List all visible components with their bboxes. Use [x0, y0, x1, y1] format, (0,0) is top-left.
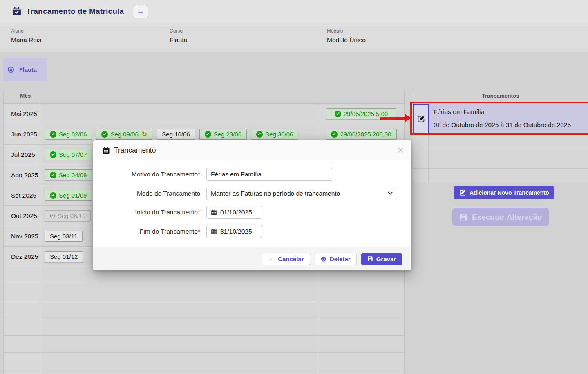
month-cell — [4, 284, 40, 301]
payment-cell — [318, 336, 404, 352]
sessions-cell — [40, 336, 318, 352]
check-circle-icon: ✔ — [50, 131, 56, 138]
delete-button[interactable]: ⊗ Deletar — [315, 253, 357, 265]
modo-select[interactable]: Manter as Faturas no período de trancame… — [206, 187, 396, 200]
fim-date-input[interactable]: 31/10/2025 — [206, 225, 262, 238]
delete-label: Deletar — [330, 256, 351, 263]
info-field: AlunoMaria Reis — [11, 23, 41, 44]
tab-flauta[interactable]: Flauta — [3, 58, 47, 81]
close-icon[interactable]: × — [397, 145, 404, 156]
field-label: Modo de Trancamento — [93, 190, 200, 197]
table-row-empty — [4, 353, 404, 370]
empty-cell — [413, 150, 429, 168]
check-circle-icon: ✔ — [331, 131, 338, 138]
red-arrow-head — [405, 114, 411, 122]
chip-label: Seg 09/06 — [110, 131, 138, 138]
table-row-empty — [4, 284, 404, 301]
sessions-cell — [40, 301, 318, 318]
trancamentos-list: Férias em Família01 de Outubro de 2025 à… — [413, 104, 588, 135]
floppy-disk-icon — [367, 256, 373, 262]
payment-cell — [318, 370, 404, 374]
table-row: Mai 2025✔29/05/2025 5,00 — [4, 104, 404, 124]
chip-label: Seg 23/06 — [214, 131, 241, 138]
month-cell — [4, 370, 40, 374]
check-circle-icon: ✔ — [50, 151, 56, 158]
session-chip[interactable]: Seg 01/12 — [45, 251, 83, 262]
chip-label: Seg 30/06 — [265, 131, 293, 138]
info-field-label: Aluno — [11, 28, 41, 34]
required-asterisk: * — [198, 228, 200, 235]
info-field: MóduloMódulo Único — [327, 23, 366, 44]
field-row: Modo de TrancamentoManter as Faturas no … — [93, 187, 411, 200]
edit-entry-button[interactable] — [413, 104, 429, 134]
sessions-cell — [40, 104, 318, 124]
chip-label: Seg 03/11 — [50, 233, 77, 240]
table-row-empty — [4, 301, 404, 318]
chip-label: Seg 01/09 — [59, 192, 87, 199]
session-chip[interactable]: ✔Seg 23/06 — [199, 129, 247, 140]
sessions-cell — [40, 370, 318, 374]
motivo-input[interactable] — [206, 168, 332, 181]
session-chip[interactable]: Seg 03/11 — [45, 231, 83, 242]
field-label: Início do Trancamento* — [93, 209, 200, 216]
trancamento-modal: Trancamento × Motivo do Trancamento*Modo… — [93, 140, 411, 270]
field-row: Motivo do Trancamento* — [93, 168, 411, 181]
arrow-left-icon: ← — [136, 7, 144, 16]
check-circle-icon: ✔ — [101, 131, 108, 138]
save-button[interactable]: Gravar — [361, 253, 402, 265]
execute-change-button[interactable]: Executar Alteração — [452, 208, 549, 226]
sessions-cell — [40, 353, 318, 370]
calendar-icon — [102, 147, 110, 154]
table-row-empty — [4, 370, 404, 374]
circle-x-icon: ⊗ — [321, 256, 326, 263]
month-cell: Jun 2025 — [4, 124, 40, 144]
table-row-empty — [4, 318, 404, 336]
info-field-label: Módulo — [327, 28, 366, 34]
payment-cell — [318, 301, 404, 318]
session-chip[interactable]: Seg 06/10 — [45, 210, 91, 221]
save-label: Gravar — [376, 256, 396, 263]
text-input-field[interactable] — [211, 171, 328, 178]
session-chip[interactable]: ✔Seg 02/06 — [45, 129, 92, 140]
field-row: Fim do Trancamento*31/10/2025 — [93, 225, 411, 238]
pencil-square-icon — [459, 189, 466, 196]
field-label: Fim do Trancamento* — [93, 228, 200, 235]
refresh-icon: ↻ — [142, 130, 147, 138]
session-chip[interactable]: ✔Seg 30/06 — [251, 129, 298, 140]
add-trancamento-label: Adicionar Novo Trancamento — [470, 189, 549, 196]
inicio-date-input[interactable]: 01/10/2025 — [206, 206, 262, 219]
payment-cell — [318, 318, 404, 335]
modal-title: Trancamento — [114, 146, 156, 155]
selected-option-label: Manter as Faturas no período de trancame… — [211, 190, 340, 197]
session-chip[interactable]: ✔Seg 01/09 — [45, 190, 92, 201]
empty-row — [413, 150, 588, 169]
add-trancamento-button[interactable]: Adicionar Novo Trancamento — [454, 186, 554, 199]
check-circle-icon: ✔ — [50, 192, 56, 199]
table-row-empty — [4, 336, 404, 353]
calendar-icon — [211, 229, 217, 235]
month-cell — [4, 301, 40, 318]
trancamentos-panel: Trancamentos Férias em Família01 de Outu… — [413, 88, 588, 182]
chip-label: Seg 16/06 — [162, 131, 190, 138]
session-chip[interactable]: ✔Seg 04/08 — [45, 169, 92, 180]
session-chip[interactable]: ✔Seg 09/06↻ — [96, 129, 152, 140]
entry-text: Férias em Família01 de Outubro de 2025 à… — [429, 104, 588, 134]
month-cell: Ago 2025 — [4, 165, 40, 185]
floppy-disk-icon — [459, 213, 467, 221]
check-circle-icon: ✔ — [205, 131, 211, 138]
session-chip[interactable]: ✔Seg 07/07 — [45, 149, 92, 160]
back-button[interactable]: ← — [133, 5, 148, 18]
trancamentos-title: Trancamentos — [413, 88, 588, 104]
payment-cell — [318, 353, 404, 370]
check-circle-icon: ✔ — [50, 172, 56, 178]
cancel-button[interactable]: ← Cancelar — [262, 253, 310, 265]
session-chip[interactable]: Seg 16/06 — [157, 129, 195, 140]
empty-row — [413, 135, 588, 150]
calendar-icon — [211, 209, 217, 216]
trancamento-entry: Férias em Família01 de Outubro de 2025 à… — [413, 104, 588, 135]
date-value: 01/10/2025 — [220, 209, 252, 216]
pencil-square-icon — [417, 115, 425, 123]
payment-cell — [318, 284, 404, 301]
payment-chip[interactable]: ✔29/06/2025 200,00 — [326, 129, 396, 140]
chip-label: Seg 06/10 — [58, 212, 85, 219]
